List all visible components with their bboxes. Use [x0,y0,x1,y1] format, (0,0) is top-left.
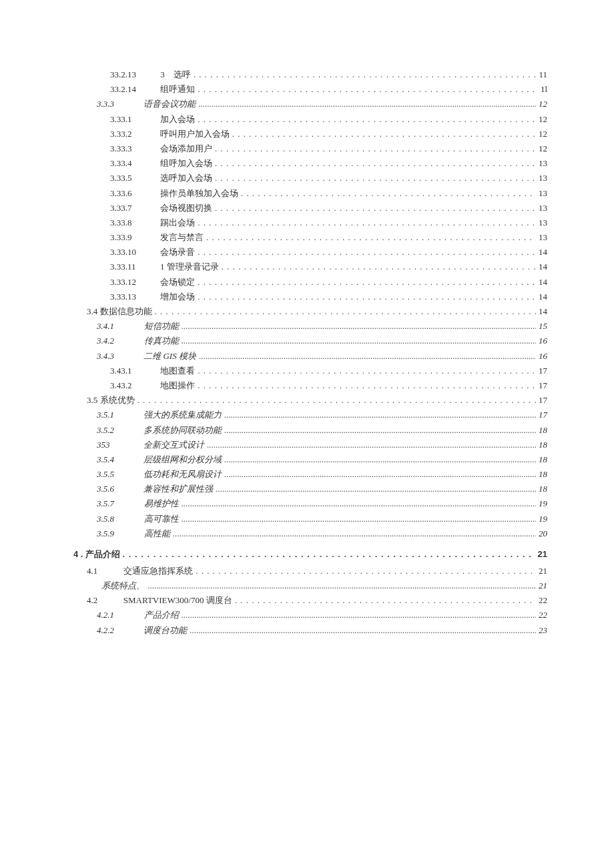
toc-entry-page: 16 [536,352,547,360]
toc-entry: 3.33.2呼叫用户加入会场12 [73,129,547,138]
toc-entry-title: 调度台功能 [143,626,190,634]
toc-leader [198,292,536,301]
toc-leader [194,70,537,79]
toc-leader [137,396,537,404]
toc-entry: 3.33.111 管理录音记录14 [73,262,547,271]
toc-entry-page: 17 [536,381,547,390]
toc-leader [224,455,536,464]
toc-entry-title: 传真功能 [144,336,182,345]
toc-entry-number: 3.33.9 [110,233,158,242]
toc-entry: 4.2SMARTVIEW300/700 调度台22 [73,596,547,604]
toc-leader [216,484,536,493]
toc-entry-number: 3.33.6 [110,189,158,197]
toc-entry-page: 18 [536,484,547,493]
toc-entry-title: 呼叫用户加入会场 [160,129,232,138]
toc-entry: 3.33.6操作员单独加入会场13 [73,189,547,197]
toc-entry-title: 踢出会场 [160,218,198,227]
toc-entry-number: 3.33.11 [110,262,158,271]
toc-entry-number: 4.1 [87,566,121,575]
toc-entry-title: 会场录音 [160,248,198,256]
toc-entry: 系统特点、21 [73,581,547,590]
toc-leader [207,440,536,449]
toc-entry-number: 3.5.5 [97,470,139,478]
toc-entry-number: 33.2.14 [110,85,158,93]
toc-entry-page: 12 [536,129,547,138]
toc-leader [198,278,536,286]
toc-entry-title: 增加会场 [160,292,198,301]
toc-entry-page: 13 [536,233,547,242]
toc-entry: 3.33.13增加会场14 [73,292,547,301]
toc-entry-title: 层级组网和分权分域 [143,455,224,464]
toc-entry-page: 11 [536,70,547,79]
toc-entry-page: 21 [536,581,547,590]
toc-entry: 3.5.7易维护性19 [73,499,547,508]
toc-leader [235,596,536,604]
toc-entry-page: 15 [536,322,547,330]
toc-page: 33.2.133 选呼1133.2.14组呼通知1l3.3.3语音会议功能123… [0,0,614,868]
toc-leader [198,99,536,108]
toc-leader [173,529,536,538]
toc-entry-title: 易维护性 [144,499,182,508]
toc-entry-page: 18 [536,470,547,478]
toc-entry-number: 3.4.2 [97,336,139,345]
toc-entry-title: 会场视图切换 [160,203,215,212]
toc-entry-number: 3.33.10 [110,248,158,256]
toc-entry-title: 选呼加入会场 [160,173,215,182]
toc-leader [182,514,537,523]
toc-entry-number: 3.33.2 [110,129,158,138]
toc-entry-number: 33.2.13 [110,70,158,79]
toc-entry-number: 3.4.1 [97,322,139,330]
toc-entry-number: 3.33.12 [110,278,158,286]
toc-entry-title: 地图操作 [160,381,198,390]
toc-entry-title: 会场锁定 [160,278,198,286]
toc-leader [224,470,536,478]
toc-entry-title: 二维 GIS 模块 [143,352,199,360]
toc-leader [198,218,536,227]
toc-entry-page: 14 [536,248,547,256]
toc-entry-title: 会场添加用户 [160,144,215,153]
toc-entry: 3.5.8高可靠性19 [73,514,547,523]
toc-entry-title: 1 管理录音记录 [160,262,222,271]
toc-entry-number: 3.33.7 [110,203,158,212]
toc-entry-title: 全新交互式设计 [143,440,207,449]
toc-entry: 3.4.3二维 GIS 模块16 [73,352,547,360]
toc-entry-number: 3.43.2 [110,381,158,390]
toc-entry: 3.33.4组呼加入会场13 [73,159,547,167]
toc-entry: 3.3.3语音会议功能12 [73,99,547,108]
toc-entry: 3.4.1短信功能15 [73,322,547,330]
toc-leader [198,248,536,256]
toc-entry-number: 3.33.5 [110,173,158,182]
toc-entry: 3.33.12会场锁定14 [73,278,547,286]
toc-leader [222,262,536,271]
toc-entry-page: 12 [536,115,547,123]
toc-entry-title: SMARTVIEW300/700 调度台 [123,596,235,604]
toc-entry-page: 13 [536,173,547,182]
toc-entry: 3.33.1加入会场12 [73,115,547,123]
toc-entry: 3.33.7会场视图切换13 [73,203,547,212]
toc-leader [215,144,536,153]
toc-leader [123,550,535,558]
toc-entry: 3.5.1强大的系统集成能力17 [73,410,547,419]
toc-entry-number: 3.33.13 [110,292,158,301]
toc-entry: 3.43.1地图查看17 [73,366,547,375]
toc-entry-page: 23 [536,626,547,634]
toc-entry-title: 产品介绍 [144,610,182,619]
toc-entry-number: 3.5.4 [97,455,139,464]
toc-leader [198,366,536,375]
toc-entry-page: 12 [536,144,547,153]
toc-leader [155,307,537,316]
toc-entry: 3.33.5选呼加入会场13 [73,173,547,182]
toc-entry-number: 4.2 [87,596,121,604]
toc-leader [182,336,537,345]
toc-entry: 353全新交互式设计18 [73,440,547,449]
toc-leader [215,159,536,167]
toc-entry-title: 组呼通知 [160,85,198,93]
toc-leader [215,173,536,182]
toc-entry: 3.5.5低功耗和无风扇设计18 [73,470,547,478]
toc-entry-page: 18 [536,426,547,434]
toc-entry-title: 兼容性和扩展性强 [143,484,216,493]
toc-entry: 3.33.9发言与禁言13 [73,233,547,242]
toc-leader [232,129,536,138]
toc-leader [215,203,536,212]
toc-entry-number: 3.5.9 [97,529,139,538]
